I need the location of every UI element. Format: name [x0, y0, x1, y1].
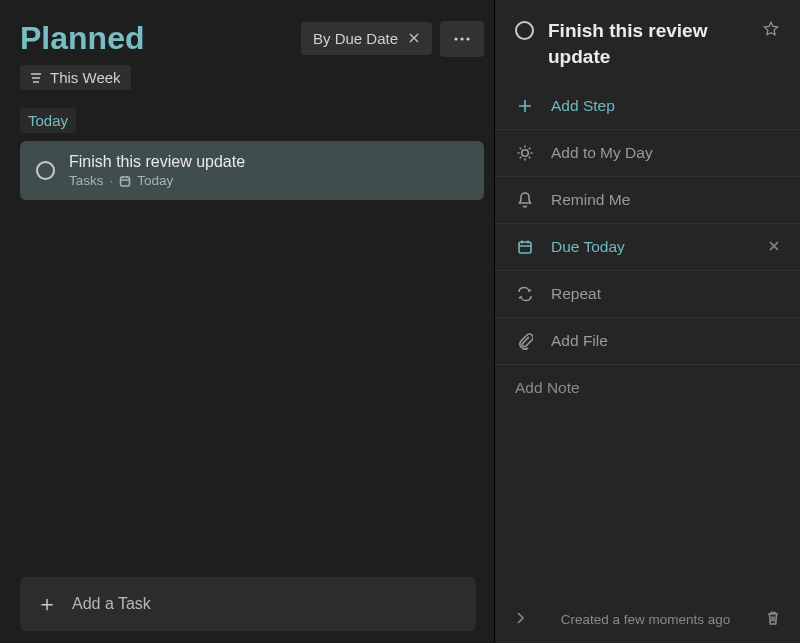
svg-rect-5: [519, 242, 531, 253]
task-due-label: Today: [137, 173, 173, 188]
star-button[interactable]: [450, 160, 468, 182]
add-task-input[interactable]: ＋ Add a Task: [20, 577, 476, 631]
detail-title[interactable]: Finish this review update: [548, 18, 748, 69]
due-label: Due Today: [551, 238, 752, 256]
star-icon: [762, 20, 780, 38]
svg-rect-3: [121, 177, 130, 186]
task-detail-panel: Finish this review update Add Step Add t…: [494, 0, 800, 643]
repeat-button[interactable]: Repeat: [495, 271, 800, 317]
hide-detail-button[interactable]: [515, 611, 525, 628]
calendar-icon: [515, 239, 535, 255]
add-step-label: Add Step: [551, 97, 615, 115]
paperclip-icon: [515, 332, 535, 350]
plus-icon: ＋: [36, 593, 58, 615]
my-day-label: Add to My Day: [551, 144, 653, 162]
note-input[interactable]: Add Note: [495, 365, 800, 598]
complete-checkbox[interactable]: [36, 161, 55, 180]
detail-star-button[interactable]: [762, 20, 780, 69]
delete-task-button[interactable]: [766, 610, 780, 629]
trash-icon: [766, 610, 780, 626]
chevron-right-icon: [515, 611, 525, 625]
task-list-name: Tasks: [69, 173, 104, 188]
bell-icon: [515, 191, 535, 209]
detail-complete-checkbox[interactable]: [515, 21, 534, 40]
list-header: Planned By Due Date: [20, 20, 484, 57]
detail-header: Finish this review update: [495, 0, 800, 83]
filter-icon: [30, 73, 42, 83]
header-controls: By Due Date: [301, 21, 484, 57]
plus-icon: [515, 98, 535, 114]
svg-point-1: [460, 37, 463, 40]
date-filter-chip[interactable]: This Week: [20, 65, 131, 90]
repeat-label: Repeat: [551, 285, 601, 303]
page-title: Planned: [20, 20, 144, 57]
more-options-button[interactable]: [440, 21, 484, 57]
sort-label: By Due Date: [313, 30, 398, 47]
add-to-my-day-button[interactable]: Add to My Day: [495, 130, 800, 176]
add-file-button[interactable]: Add File: [495, 318, 800, 364]
task-list-panel: Planned By Due Date This Week Today Fini…: [0, 0, 494, 643]
sort-button[interactable]: By Due Date: [301, 22, 432, 55]
repeat-icon: [515, 286, 535, 302]
svg-point-4: [522, 150, 529, 157]
task-meta: Tasks · Today: [69, 173, 436, 188]
remind-label: Remind Me: [551, 191, 630, 209]
star-icon: [450, 160, 468, 178]
task-row[interactable]: Finish this review update Tasks · Today: [20, 141, 484, 200]
sun-icon: [515, 144, 535, 162]
detail-footer: Created a few moments ago: [495, 598, 800, 643]
close-icon: [768, 240, 780, 252]
filter-label: This Week: [50, 69, 121, 86]
group-header-today[interactable]: Today: [20, 108, 76, 133]
ellipsis-icon: [453, 37, 471, 41]
remind-me-button[interactable]: Remind Me: [495, 177, 800, 224]
meta-separator: ·: [110, 173, 114, 188]
svg-point-2: [466, 37, 469, 40]
clear-sort-icon[interactable]: [408, 30, 420, 47]
calendar-icon: [119, 175, 131, 187]
add-file-label: Add File: [551, 332, 608, 350]
due-date-button[interactable]: Due Today: [495, 224, 800, 271]
add-step-button[interactable]: Add Step: [495, 83, 800, 129]
svg-point-0: [454, 37, 457, 40]
created-timestamp: Created a few moments ago: [539, 612, 752, 627]
note-placeholder: Add Note: [515, 379, 580, 396]
task-text: Finish this review update Tasks · Today: [69, 153, 436, 188]
task-title: Finish this review update: [69, 153, 436, 171]
clear-due-button[interactable]: [768, 238, 780, 256]
add-task-placeholder: Add a Task: [72, 595, 151, 613]
